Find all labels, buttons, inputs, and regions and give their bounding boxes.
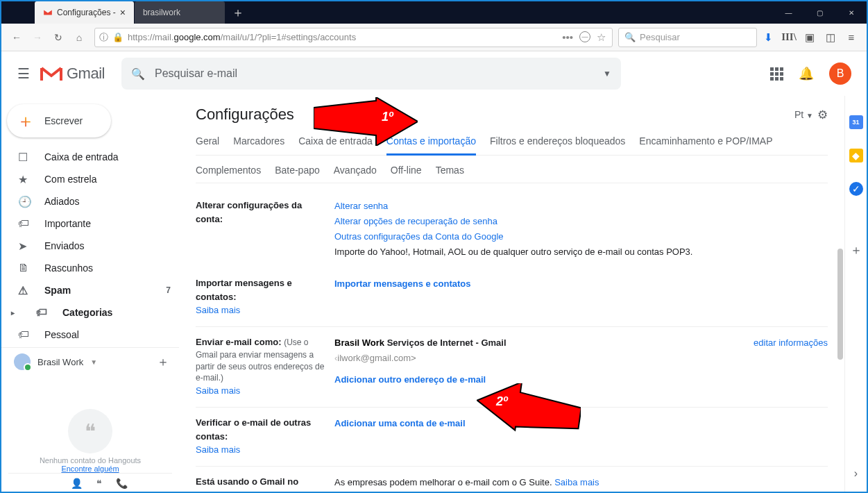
- change-password-link[interactable]: Alterar senha: [334, 201, 388, 211]
- settings-tab[interactable]: Bate-papo: [275, 165, 320, 183]
- google-apps-icon[interactable]: [770, 67, 783, 81]
- page-action-dots-icon[interactable]: •••: [560, 31, 575, 44]
- reload-button[interactable]: ↻: [49, 28, 68, 47]
- nav-label: Enviados: [44, 240, 85, 251]
- settings-tab[interactable]: Temas: [436, 165, 464, 183]
- gear-icon[interactable]: ⚙: [817, 108, 828, 122]
- sidebar-toggle-icon[interactable]: ◫: [821, 28, 840, 47]
- compose-plus-icon: ＋: [17, 109, 35, 133]
- window-close-button[interactable]: ✕: [835, 1, 867, 24]
- account-avatar[interactable]: B: [829, 62, 851, 85]
- account-name: Brasil Work: [37, 357, 83, 367]
- downloads-icon[interactable]: ⬇: [758, 28, 778, 47]
- sender-suffix: Serviços de Internet - Gmail: [384, 337, 507, 348]
- edit-info-link[interactable]: editar informações: [733, 335, 828, 366]
- nav-drafts[interactable]: 🗎Rascunhos: [1, 257, 179, 279]
- search-placeholder: Pesquisar: [640, 32, 680, 42]
- settings-tab[interactable]: Avançado: [334, 165, 377, 183]
- settings-tab[interactable]: Marcadores: [233, 135, 284, 153]
- chevron-down-icon[interactable]: ▼: [90, 358, 97, 366]
- notifications-icon[interactable]: 🔔: [799, 66, 814, 81]
- user-avatar-icon: [14, 353, 31, 370]
- nav-starred[interactable]: ★Com estrela: [1, 168, 179, 190]
- settings-tab[interactable]: Geral: [196, 135, 219, 153]
- browser-search-box[interactable]: 🔍 Pesquisar: [618, 28, 757, 47]
- nav-important[interactable]: 🏷Importante: [1, 212, 179, 235]
- hangouts-tab-chat-icon[interactable]: ❝: [96, 478, 102, 489]
- nav-personal[interactable]: 🏷Pessoal: [1, 324, 179, 346]
- important-icon: 🏷: [18, 217, 32, 230]
- browser-tab-inactive[interactable]: brasilwork: [135, 1, 225, 24]
- recovery-options-link[interactable]: Alterar opções de recuperação de senha: [334, 216, 497, 226]
- import-messages-link[interactable]: Importar mensagens e contatos: [334, 278, 471, 289]
- scrollbar-thumb[interactable]: [837, 249, 843, 360]
- lang-label: Pt: [794, 109, 803, 120]
- language-selector[interactable]: Pt ▼: [794, 109, 813, 120]
- hide-panel-icon[interactable]: ›: [849, 467, 863, 481]
- draft-icon: 🗎: [18, 262, 32, 274]
- nav-sent[interactable]: ➤Enviados: [1, 235, 179, 257]
- search-options-caret-icon[interactable]: ▼: [603, 69, 611, 78]
- gmail-logo[interactable]: Gmail: [40, 65, 121, 83]
- forward-button[interactable]: →: [28, 28, 47, 47]
- hangouts-account-row[interactable]: Brasil Work ▼ ＋: [1, 349, 179, 374]
- menu-icon[interactable]: ≡: [842, 28, 861, 47]
- gmail-search-placeholder: Pesquisar e-mail: [155, 67, 603, 80]
- search-icon: 🔍: [131, 67, 145, 81]
- compose-button[interactable]: ＋ Escrever: [7, 104, 111, 137]
- url-path: /mail/u/1/?pli=1#settings/accounts: [221, 32, 356, 42]
- bookmark-star-icon[interactable]: ☆: [595, 31, 608, 44]
- other-google-settings-link[interactable]: Outras configurações da Conta do Google: [334, 231, 504, 242]
- url-prefix: https://mail.: [128, 32, 173, 42]
- reader-mode-icon[interactable]: —: [579, 31, 590, 42]
- row-title: Importar mensagens e contatos:: [196, 278, 292, 302]
- nav-categories[interactable]: ▸🏷Categorias: [1, 301, 179, 324]
- nav-label: Categorias: [62, 307, 112, 318]
- info-icon[interactable]: ⓘ: [99, 31, 108, 44]
- hangouts-tab-contacts-icon[interactable]: 👤: [71, 478, 83, 489]
- settings-row-import: Importar mensagens e contatos: Saiba mai…: [196, 269, 828, 325]
- add-send-as-link[interactable]: Adicionar outro endereço de e-mail: [334, 374, 486, 385]
- hangouts-tabs: 👤 ❝ 📞: [8, 473, 172, 492]
- extension-icon[interactable]: ▣: [800, 28, 819, 47]
- keep-addon-icon[interactable]: ◆: [849, 149, 863, 162]
- right-side-panel: 31 ◆ ✓ ＋ ›: [844, 96, 867, 492]
- nav-spam[interactable]: ⚠Spam7: [1, 279, 179, 301]
- settings-tab[interactable]: Off-line: [391, 165, 422, 183]
- back-button[interactable]: ←: [7, 28, 26, 47]
- sidebar: ＋ Escrever ☐Caixa de entrada ★Com estrel…: [1, 96, 179, 492]
- learn-more-link[interactable]: Saiba mais: [196, 444, 325, 455]
- library-icon[interactable]: III\: [779, 28, 799, 47]
- header-right: 🔔 B: [770, 62, 861, 85]
- main-menu-icon[interactable]: ☰: [7, 65, 40, 82]
- browser-tab-active[interactable]: Configurações - ×: [35, 1, 134, 24]
- tasks-addon-icon[interactable]: ✓: [849, 182, 863, 196]
- settings-tab[interactable]: Encaminhamento e POP/IMAP: [639, 135, 772, 153]
- hangouts-tab-call-icon[interactable]: 📞: [116, 478, 128, 489]
- tab-title: brasilwork: [143, 8, 216, 17]
- learn-more-link[interactable]: Saiba mais: [196, 385, 325, 396]
- nav-snoozed[interactable]: 🕘Adiados: [1, 190, 179, 212]
- window-minimize-button[interactable]: —: [773, 1, 804, 24]
- gsuite-learn-more-link[interactable]: Saiba mais: [554, 477, 599, 487]
- row-title: Verificar o e-mail de outras contas:: [196, 417, 311, 442]
- add-account-button[interactable]: ＋: [157, 353, 169, 370]
- home-button[interactable]: ⌂: [69, 28, 89, 47]
- nav-inbox[interactable]: ☐Caixa de entrada: [1, 146, 179, 168]
- get-addons-icon[interactable]: ＋: [849, 243, 863, 257]
- new-tab-button[interactable]: ＋: [225, 1, 251, 24]
- sender-name: Brasil Work: [334, 337, 384, 348]
- gmail-search-box[interactable]: 🔍 Pesquisar e-mail ▼: [121, 58, 621, 90]
- tab-close-icon[interactable]: ×: [120, 7, 126, 18]
- url-bar[interactable]: ⓘ 🔒 https://mail.google.com/mail/u/1/?pl…: [94, 28, 613, 47]
- search-icon: 🔍: [624, 32, 636, 42]
- hangouts-find-link[interactable]: Encontre alguém: [8, 465, 172, 473]
- svg-marker-2: [314, 97, 418, 146]
- window-maximize-button[interactable]: ▢: [804, 1, 835, 24]
- learn-more-link[interactable]: Saiba mais: [196, 305, 325, 315]
- calendar-addon-icon[interactable]: 31: [849, 115, 863, 129]
- settings-tab[interactable]: Complementos: [196, 165, 261, 183]
- settings-tab[interactable]: Filtros e endereços bloqueados: [490, 135, 625, 153]
- add-email-account-link[interactable]: Adicionar uma conta de e-mail: [334, 418, 466, 428]
- annotation-arrow-1: 1º: [314, 97, 418, 146]
